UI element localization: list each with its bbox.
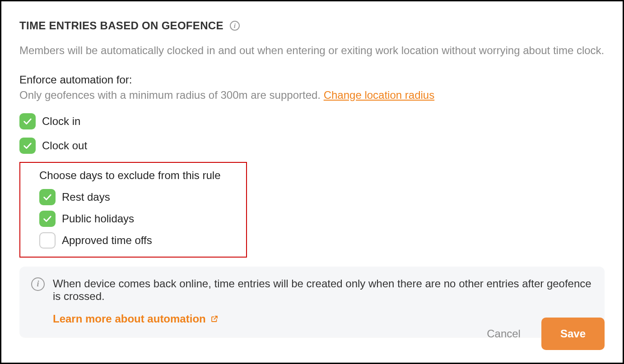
clock-in-label: Clock in [42,115,80,128]
clock-in-checkbox[interactable] [19,113,36,129]
clock-out-checkbox[interactable] [19,138,36,154]
clock-out-label: Clock out [42,139,87,152]
checkmark-icon [42,192,52,202]
rest-days-checkbox[interactable] [39,189,56,205]
public-holidays-label: Public holidays [62,212,134,225]
learn-more-link[interactable]: Learn more about automation [53,313,219,325]
checkmark-icon [42,214,52,224]
footer: Cancel Save [484,318,605,350]
checkmark-icon [23,116,33,126]
checkmark-icon [23,141,33,151]
rest-days-label: Rest days [62,191,110,203]
cancel-button[interactable]: Cancel [484,327,523,341]
enforce-label: Enforce automation for: [19,74,605,86]
approved-time-offs-checkbox[interactable] [39,232,56,249]
approved-time-offs-label: Approved time offs [62,234,152,247]
change-location-radius-link[interactable]: Change location radius [324,89,435,101]
public-holidays-checkbox[interactable] [39,211,56,227]
save-button[interactable]: Save [541,318,605,350]
enforce-hint-text: Only geofences with a minimum radius of … [19,89,324,101]
exclude-days-panel: Choose days to exclude from this rule Re… [19,162,247,258]
external-link-icon [210,315,219,323]
info-icon: i [31,277,45,291]
enforce-hint: Only geofences with a minimum radius of … [19,89,605,101]
page-title: TIME ENTRIES BASED ON GEOFENCE [19,19,224,32]
page-subtitle: Members will be automatically clocked in… [19,43,605,58]
info-icon[interactable]: i [230,21,240,31]
learn-more-label: Learn more about automation [53,313,206,325]
info-text: When device comes back online, time entr… [53,277,593,303]
exclude-title: Choose days to exclude from this rule [39,169,237,182]
